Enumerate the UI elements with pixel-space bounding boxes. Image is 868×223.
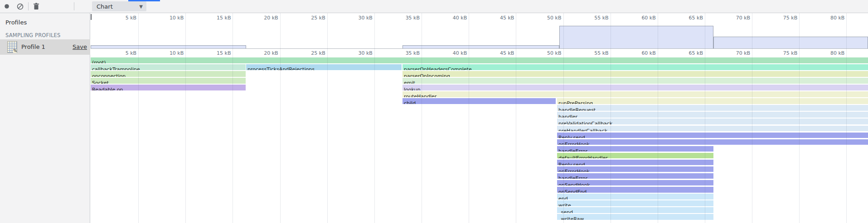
axis-tick-label: 45 kB: [487, 15, 514, 21]
toolbar-divider: [74, 2, 74, 10]
flame-bar-label: Readable.on: [91, 87, 123, 90]
axis-tick-label: 45 kB: [487, 50, 514, 56]
axis-tick-label: 70 kB: [723, 15, 750, 21]
flame-bar--root-[interactable]: (root): [91, 57, 868, 63]
flame-bar-child[interactable]: child: [402, 98, 556, 104]
overview-baseline: [91, 48, 868, 49]
flame-bar-label: _writeRaw: [557, 217, 584, 220]
flame-bar--writeraw[interactable]: _writeRaw: [557, 214, 713, 220]
flame-bar-handler[interactable]: handler: [557, 112, 868, 118]
gridline: [469, 13, 469, 223]
flame-bar-routehandler[interactable]: routeHandler: [402, 91, 868, 97]
trash-icon: [33, 3, 39, 10]
gridline: [280, 13, 281, 223]
flame-bar-onsendhook[interactable]: onSendHook: [557, 180, 713, 186]
clear-icon: [17, 3, 24, 10]
sampling-profiles-header: SAMPLING PROFILES: [5, 32, 61, 38]
axis-tick-label: 70 kB: [723, 50, 750, 56]
gridline: [422, 13, 422, 223]
flame-bar-reply-send[interactable]: Reply.send: [557, 160, 713, 166]
toolbar: Chart ▼: [0, 0, 868, 13]
record-button[interactable]: [2, 2, 11, 11]
overview-step[interactable]: [402, 45, 559, 48]
axis-tick-label: 15 kB: [204, 50, 231, 56]
axis-tick-label: 30 kB: [345, 15, 373, 21]
overview-step[interactable]: [559, 26, 713, 48]
profiles-title: Profiles: [5, 19, 27, 26]
save-link[interactable]: Save: [73, 43, 87, 50]
axis-tick-label: 75 kB: [770, 15, 797, 21]
flame-bar-label: parserOnIncoming: [402, 74, 450, 77]
profile-list-item[interactable]: % Profile 1 Save: [0, 39, 90, 55]
axis-tick-label: 40 kB: [440, 15, 467, 21]
flame-bar-label: child: [402, 101, 416, 104]
axis-tick-label: 60 kB: [629, 50, 656, 56]
flame-bar-label: end: [557, 196, 568, 199]
axis-tick-label: 75 kB: [770, 50, 797, 56]
flame-bar-label: callbackTrampoline: [91, 67, 140, 70]
gridline: [233, 13, 233, 223]
flame-bar-reply-send[interactable]: Reply.send: [557, 133, 868, 138]
axis-tick-label: 20 kB: [251, 50, 278, 56]
flame-bar-handlerequest[interactable]: handleRequest: [557, 105, 868, 111]
flame-bar-label: onErrorHook: [557, 142, 590, 145]
gridline: [516, 13, 516, 223]
flame-bar-onerrorhook[interactable]: onErrorHook: [557, 139, 868, 145]
axis-tick-label: 65 kB: [676, 50, 703, 56]
flame-bar-onerrorhook[interactable]: onErrorHook: [557, 166, 713, 172]
delete-profile-button[interactable]: [32, 2, 41, 11]
clear-button[interactable]: [15, 2, 24, 11]
axis-tick-label: 10 kB: [156, 15, 184, 21]
flame-bar-defaulterrorhandler[interactable]: defaultErrorHandler: [557, 153, 713, 159]
flame-bar-prehandlercallback[interactable]: preHandlerCallback: [557, 126, 868, 132]
overview-step[interactable]: [713, 37, 868, 48]
axis-tick-label: 35 kB: [393, 50, 420, 56]
flame-bar-callbacktrampoline[interactable]: callbackTrampoline: [91, 64, 246, 70]
flame-bar-handleerror[interactable]: handleError: [557, 173, 713, 179]
axis-tick-label: 60 kB: [629, 15, 656, 21]
flame-bar-parseronheaderscomplete[interactable]: parserOnHeadersComplete: [402, 64, 868, 70]
flame-bar-readable-on[interactable]: Readable.on: [91, 85, 246, 90]
axis-tick-label: 25 kB: [298, 15, 325, 21]
gridline: [327, 13, 328, 223]
flame-bar-label: onErrorHook: [557, 169, 590, 172]
view-mode-select[interactable]: Chart ▼: [92, 1, 146, 11]
flame-bar-end[interactable]: end: [557, 194, 713, 199]
gridline: [138, 13, 139, 223]
overview-step[interactable]: [91, 45, 246, 48]
flame-bar-label: Reply.send: [557, 162, 585, 166]
flame-bar-processticksandrejections[interactable]: processTicksAndRejections: [246, 64, 402, 70]
flame-bar-label: onconnection: [91, 74, 126, 77]
axis-tick-label: 55 kB: [582, 50, 609, 56]
flame-bar-label: onSendEnd: [557, 190, 587, 193]
axis-tick-label: 20 kB: [251, 15, 278, 21]
overview-start-marker: [91, 14, 92, 20]
flame-bar-lookup[interactable]: lookup: [402, 85, 868, 90]
flame-bar-label: _send: [557, 210, 573, 213]
flame-bar-handleerror[interactable]: handleError: [557, 146, 713, 152]
axis-tick-label: 40 kB: [440, 50, 467, 56]
flame-bar-onsendend[interactable]: onSendEnd: [557, 187, 713, 193]
chevron-down-icon: ▼: [139, 4, 146, 9]
axis-tick-label: 10 kB: [156, 50, 184, 56]
flame-bar-label: defaultErrorHandler: [557, 156, 608, 159]
profile-name: Profile 1: [21, 43, 45, 50]
flame-bar-runpreparsing[interactable]: runPreParsing: [557, 98, 868, 104]
flame-bar--send[interactable]: _send: [557, 207, 713, 213]
axis-tick-label: 15 kB: [204, 15, 231, 21]
profile-icon: %: [7, 41, 17, 53]
flame-bar-label: Reply.send: [557, 135, 585, 138]
flame-bar-label: emit: [402, 81, 415, 84]
percent-badge: %: [13, 49, 17, 53]
profiles-sidebar: Profiles SAMPLING PROFILES % Profile 1 S…: [0, 13, 90, 223]
view-mode-value: Chart: [92, 3, 139, 10]
flame-bar-parseronincoming[interactable]: parserOnIncoming: [402, 71, 868, 77]
flame-bar-onconnection[interactable]: onconnection: [91, 71, 246, 77]
flame-bar-write-[interactable]: write_: [557, 200, 713, 206]
flame-bar-label: handleRequest: [557, 108, 596, 111]
toolbar-divider: [28, 2, 29, 10]
flame-bar-socket[interactable]: Socket: [91, 78, 246, 84]
flame-bar-prevalidationcallback[interactable]: preValidationCallback: [557, 119, 868, 124]
flame-bar-emit[interactable]: emit: [402, 78, 868, 84]
flame-bar-label: routeHandler: [402, 94, 436, 97]
